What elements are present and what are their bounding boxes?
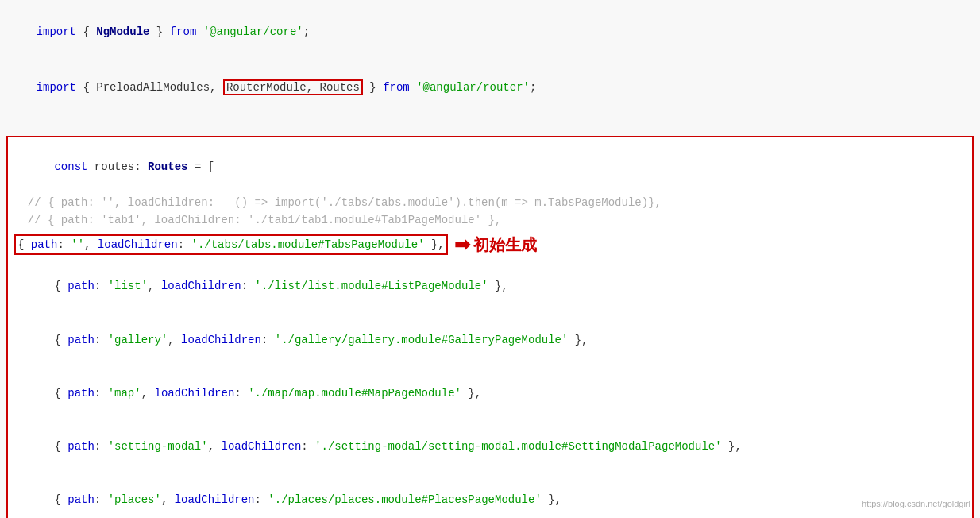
annotation-arrow: ➡ 初始生成 bbox=[454, 230, 537, 260]
routes-opening-line: const routes: Routes = [ bbox=[8, 141, 972, 194]
angular-core-string: '@angular/core' bbox=[203, 25, 303, 38]
import-line-1: import { NgModule } from '@angular/core'… bbox=[0, 5, 980, 60]
comment-line-1: // { path: '', loadChildren: () => impor… bbox=[8, 194, 972, 211]
import-line-2: import { PreloadAllModules, RouterModule… bbox=[0, 60, 980, 114]
const-keyword: const bbox=[54, 160, 87, 173]
path-kw: path bbox=[31, 238, 58, 251]
blank-line bbox=[0, 114, 980, 132]
routes-block: const routes: Routes = [ // { path: '', … bbox=[6, 136, 974, 518]
comment-line-2: // { path: 'tab1', loadChildren: './tab1… bbox=[8, 211, 972, 229]
from-keyword-2: from bbox=[383, 81, 410, 94]
tabs-module-string: './tabs/tabs.module#TabsPageModule' bbox=[191, 238, 425, 251]
setting-route-line: { path: 'setting-modal', loadChildren: '… bbox=[8, 420, 972, 474]
annotation-text: 初始生成 bbox=[473, 232, 537, 257]
map-route-line: { path: 'map', loadChildren: './map/map.… bbox=[8, 366, 972, 419]
import-keyword: import bbox=[37, 25, 76, 38]
highlighted-path-row: { path: '', loadChildren: './tabs/tabs.m… bbox=[8, 230, 972, 260]
list-route-line: { path: 'list', loadChildren: './list/li… bbox=[8, 260, 972, 313]
routes-type: Routes bbox=[148, 160, 187, 173]
router-module-highlight-box: RouterModule, Routes bbox=[223, 79, 363, 95]
loadchildren-kw: loadChildren bbox=[98, 238, 178, 251]
path-empty-string: '' bbox=[71, 238, 84, 251]
angular-router-string: '@angular/router' bbox=[416, 81, 530, 94]
from-keyword: from bbox=[170, 25, 197, 38]
highlighted-path-box: { path: '', loadChildren: './tabs/tabs.m… bbox=[14, 234, 448, 255]
ng-module-class: NgModule bbox=[96, 25, 149, 38]
import-keyword-2: import bbox=[37, 81, 76, 94]
gallery-route-line: { path: 'gallery', loadChildren: './gall… bbox=[8, 313, 972, 366]
places-route-line: { path: 'places', loadChildren: './place… bbox=[8, 474, 972, 518]
arrow-icon: ➡ bbox=[454, 230, 470, 260]
watermark: https://blog.csdn.net/goldgirl bbox=[862, 497, 970, 512]
